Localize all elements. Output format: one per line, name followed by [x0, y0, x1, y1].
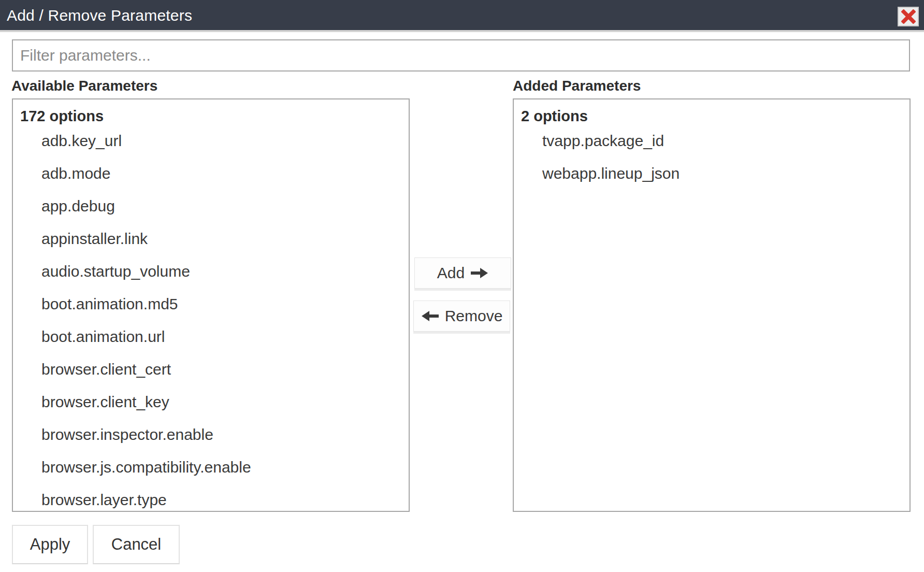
list-item[interactable]: browser.client_key: [41, 385, 409, 418]
apply-button[interactable]: Apply: [12, 525, 88, 564]
arrow-left-icon: [421, 310, 439, 322]
list-item[interactable]: browser.client_cert: [41, 353, 409, 385]
close-icon: [901, 9, 916, 24]
list-item[interactable]: browser.layer.type: [41, 483, 409, 512]
list-item[interactable]: boot.animation.url: [41, 320, 409, 353]
list-item[interactable]: audio.startup_volume: [41, 255, 409, 288]
close-button[interactable]: [898, 7, 919, 26]
list-item[interactable]: webapp.lineup_json: [542, 157, 909, 190]
list-item[interactable]: tvapp.package_id: [542, 124, 909, 157]
dialog-header: Add / Remove Parameters: [0, 0, 924, 32]
available-options-count: 172 options: [13, 99, 409, 124]
list-item[interactable]: app.debug: [41, 190, 409, 222]
list-item[interactable]: appinstaller.link: [41, 222, 409, 255]
added-options-count: 2 options: [514, 99, 909, 124]
available-parameters-listbox[interactable]: 172 options adb.key_url adb.mode app.deb…: [12, 98, 410, 512]
list-item[interactable]: boot.animation.md5: [41, 288, 409, 320]
cancel-button[interactable]: Cancel: [93, 525, 180, 564]
add-button[interactable]: Add: [414, 258, 511, 289]
available-parameters-heading: Available Parameters: [11, 78, 157, 94]
add-remove-parameters-dialog: Add / Remove Parameters Available Parame…: [0, 0, 924, 572]
list-item[interactable]: adb.key_url: [41, 124, 409, 157]
add-button-label: Add: [437, 264, 465, 282]
filter-parameters-input[interactable]: [12, 39, 910, 72]
added-parameters-listbox[interactable]: 2 options tvapp.package_id webapp.lineup…: [513, 98, 911, 512]
list-item[interactable]: browser.inspector.enable: [41, 418, 409, 451]
remove-button[interactable]: Remove: [413, 301, 510, 332]
available-parameters-list: adb.key_url adb.mode app.debug appinstal…: [13, 124, 409, 512]
list-item[interactable]: adb.mode: [41, 157, 409, 190]
arrow-right-icon: [471, 267, 488, 279]
dialog-title: Add / Remove Parameters: [7, 7, 192, 24]
added-parameters-heading: Added Parameters: [513, 78, 641, 94]
added-parameters-list: tvapp.package_id webapp.lineup_json: [514, 124, 909, 190]
list-item[interactable]: browser.js.compatibility.enable: [41, 451, 409, 483]
remove-button-label: Remove: [445, 307, 503, 325]
